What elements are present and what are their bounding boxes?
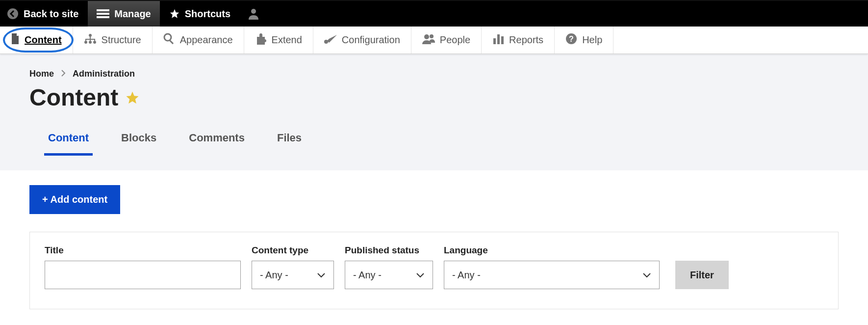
- admin-tab-label: People: [440, 34, 470, 46]
- admin-tab-structure[interactable]: Structure: [73, 27, 153, 54]
- filter-field-published-status: Published status - Any -: [345, 245, 433, 289]
- shortcuts-link[interactable]: Shortcuts: [160, 1, 240, 27]
- appearance-icon: [163, 33, 175, 47]
- admin-tab-content[interactable]: Content: [0, 27, 73, 54]
- admin-tab-help[interactable]: ? Help: [555, 27, 613, 54]
- language-value: - Any -: [452, 270, 481, 281]
- filter-title-label: Title: [45, 245, 241, 256]
- add-content-button[interactable]: + Add content: [29, 185, 120, 214]
- language-select[interactable]: - Any -: [444, 261, 660, 289]
- filter-field-title: Title: [45, 245, 241, 289]
- filter-ct-label: Content type: [252, 245, 334, 256]
- svg-text:?: ?: [569, 35, 574, 43]
- svg-point-0: [7, 8, 18, 19]
- admin-tab-label: Configuration: [342, 34, 400, 46]
- svg-point-9: [164, 34, 171, 41]
- page-body: Home Administration Content Content Bloc…: [0, 54, 868, 325]
- chevron-down-icon: [642, 270, 651, 281]
- user-menu[interactable]: [240, 1, 327, 27]
- chevron-down-icon: [416, 270, 425, 281]
- back-icon: [7, 8, 19, 20]
- back-to-site-link[interactable]: Back to site: [0, 1, 88, 27]
- svg-point-5: [89, 34, 92, 37]
- svg-point-13: [430, 34, 434, 38]
- filter-field-content-type: Content type - Any -: [252, 245, 334, 289]
- subtab-files[interactable]: Files: [273, 125, 306, 156]
- admin-tab-label: Content: [25, 34, 62, 46]
- reports-icon: [492, 33, 504, 47]
- admin-tab-people[interactable]: People: [411, 27, 482, 54]
- content-icon: [11, 33, 20, 47]
- manage-label: Manage: [114, 8, 151, 20]
- admin-tab-label: Reports: [509, 34, 543, 46]
- svg-rect-15: [497, 34, 500, 44]
- filter-field-language: Language - Any -: [444, 245, 660, 289]
- admin-tab-label: Help: [582, 34, 602, 46]
- svg-rect-3: [97, 16, 109, 18]
- filter-panel: Title Content type - Any - Published sta…: [29, 232, 839, 309]
- back-to-site-label: Back to site: [24, 8, 78, 20]
- content-subtabs: Content Blocks Comments Files: [29, 125, 839, 156]
- breadcrumb-home[interactable]: Home: [29, 69, 54, 79]
- structure-icon: [84, 33, 97, 47]
- page-title-row: Content: [29, 84, 839, 111]
- svg-rect-1: [97, 9, 109, 11]
- admin-tab-label: Appearance: [180, 34, 233, 46]
- content-region: + Add content Title Content type - Any -…: [0, 170, 868, 325]
- admin-menu: Content Structure Appearance Extend Conf…: [0, 27, 868, 54]
- svg-rect-2: [97, 13, 109, 15]
- admin-tab-configuration[interactable]: Configuration: [313, 27, 411, 54]
- svg-rect-14: [493, 38, 496, 44]
- shortcuts-label: Shortcuts: [185, 8, 230, 20]
- subtab-comments[interactable]: Comments: [185, 125, 249, 156]
- menu-icon: [97, 9, 109, 19]
- published-status-value: - Any -: [353, 270, 382, 281]
- username-redacted: [263, 9, 317, 18]
- filter-ps-label: Published status: [345, 245, 433, 256]
- svg-point-7: [89, 41, 92, 44]
- admin-tab-label: Extend: [272, 34, 302, 46]
- svg-point-8: [93, 41, 96, 44]
- star-icon: [169, 8, 180, 19]
- user-icon: [249, 8, 258, 20]
- top-toolbar: Back to site Manage Shortcuts: [0, 0, 868, 27]
- admin-tab-extend[interactable]: Extend: [244, 27, 313, 54]
- content-type-select[interactable]: - Any -: [252, 261, 334, 289]
- svg-rect-10: [169, 40, 174, 44]
- star-favorite-icon[interactable]: [125, 90, 140, 105]
- svg-point-11: [324, 40, 328, 44]
- chevron-down-icon: [317, 270, 326, 281]
- people-icon: [422, 33, 435, 47]
- admin-tab-label: Structure: [102, 34, 141, 46]
- svg-point-6: [84, 41, 87, 44]
- filter-lang-label: Language: [444, 245, 660, 256]
- configuration-icon: [324, 34, 337, 46]
- page-title: Content: [29, 84, 118, 111]
- admin-tab-appearance[interactable]: Appearance: [153, 27, 244, 54]
- chevron-right-icon: [61, 69, 66, 79]
- filter-button[interactable]: Filter: [675, 261, 729, 289]
- help-icon: ?: [565, 33, 577, 47]
- svg-rect-16: [501, 36, 504, 44]
- title-input[interactable]: [45, 261, 241, 289]
- subtab-content[interactable]: Content: [44, 125, 93, 156]
- content-type-value: - Any -: [260, 270, 288, 281]
- breadcrumb-administration[interactable]: Administration: [73, 69, 135, 79]
- admin-tab-reports[interactable]: Reports: [482, 27, 555, 54]
- manage-toggle[interactable]: Manage: [88, 1, 160, 27]
- svg-point-4: [251, 9, 256, 14]
- extend-icon: [255, 33, 267, 47]
- breadcrumb: Home Administration: [29, 69, 839, 79]
- svg-point-12: [424, 34, 429, 39]
- subtab-blocks[interactable]: Blocks: [117, 125, 160, 156]
- published-status-select[interactable]: - Any -: [345, 261, 433, 289]
